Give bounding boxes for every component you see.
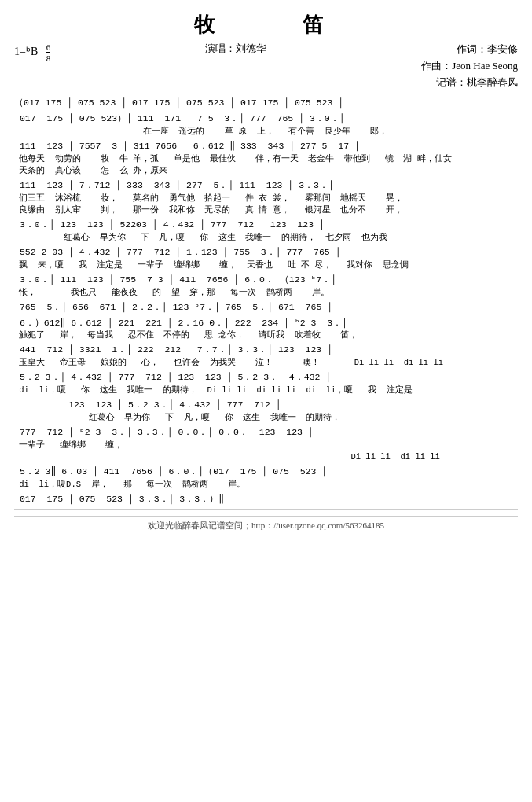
notation-7: 3．0．│ 111 123 │ 755 7 3 │ 411 7656 │ 6．0…	[14, 274, 518, 287]
lyric-3b: 天条的 真心该 怎 么 办，原来	[14, 165, 518, 177]
time-signature: 6 8	[46, 42, 51, 63]
lyric-7: 怅， 我也只 能夜夜 的 望 穿，那 每一次 鹊桥两 岸。	[14, 287, 518, 299]
row-7: 3．0．│ 111 123 │ 755 7 3 │ 411 7656 │ 6．0…	[14, 274, 518, 299]
song-title: 牧 笛	[14, 11, 518, 39]
lyric-9: 触犯了 岸， 每当我 忍不住 不停的 思 念你， 请听我 吹着牧 笛，	[14, 329, 518, 341]
row-12: 123 123 │ 5．2 3．│ 4．432 │ 777 712 │ 红葛心 …	[14, 399, 518, 424]
notation-6: 552 2 03 │ 4．432 │ 777 712 │ 1．123 │ 755…	[14, 246, 518, 259]
lyric-6: 飘 来，嗄 我 注定是 一辈子 缠绵绑 缠， 天香也 吐 不 尽， 我对你 思念…	[14, 259, 518, 271]
lyric-14: di li，嗄D.S 岸， 那 每一次 鹊桥两 岸。	[14, 479, 518, 491]
notation-4: 111 123 │ 7．712 │ 333 343 │ 277 5．│ 111 …	[14, 179, 518, 193]
top-divider	[14, 94, 518, 94]
lyric-13: 一辈子 缠绵绑 缠，	[14, 440, 518, 451]
row-10: 441 712 │ 3321 1．│ 222 212 │ 7．7．│ 3．3．│…	[14, 344, 518, 369]
notation-8: 765 5．│ 656 671 │ 2．2．│ 123 ᵇ7．│ 765 5．│…	[14, 301, 518, 315]
row-2: 017 175 │ 075 523）│ 111 171 │ 7 5 3．│ 77…	[14, 112, 518, 138]
lyric-4: 们三五 沐浴梳 妆， 莫名的 勇气他 拾起一 件 衣 裳， 雾那间 地摇天 晃，	[14, 193, 518, 204]
meta-center: 演唱：刘德华	[205, 42, 266, 56]
notation-10: 441 712 │ 3321 1．│ 222 212 │ 7．7．│ 3．3．│…	[14, 344, 518, 357]
row-9: 6．）612‖ 6．612 │ 221 221 │ 2．16 0．│ 222 2…	[14, 317, 518, 342]
composer-label: 作曲：	[421, 60, 452, 72]
lyricist: 李安修	[487, 43, 518, 55]
lyric-5: 红葛心 早为你 下 凡，嗄 你 这生 我唯一 的期待， 七夕雨 也为我	[14, 232, 518, 244]
performer: 刘德华	[236, 42, 266, 54]
notation-13: 777 712 │ ᵇ2 3 3．│ 3．3．│ 0．0．│ 0．0．│ 123…	[14, 426, 518, 440]
page: 牧 笛 1=ᵇB 6 8 演唱：刘德华 作词：李安修 作曲：Jeon Hae S…	[0, 0, 532, 802]
lyric-2: 在一座 遥远的 草 原 上， 有个善 良少年 郎，	[14, 126, 518, 138]
row-3: 111 123 │ 7557 3 │ 311 7656 │ 6．612 ‖ 33…	[14, 140, 518, 177]
key-signature: 1=ᵇB 6 8	[14, 42, 50, 63]
transcriber: 桃李醉春风	[467, 76, 518, 88]
row-11: 5．2 3．│ 4．432 │ 777 712 │ 123 123 │ 5．2 …	[14, 371, 518, 396]
lyric-13b: Di li li di li li	[14, 451, 518, 463]
transcriber-label: 记谱：	[436, 76, 467, 88]
row-5: 3．0．│ 123 123 │ 52203 │ 4．432 │ 777 712 …	[14, 219, 518, 244]
music-content: （017 175 │ 075 523 │ 017 175 │ 075 523 │…	[14, 97, 518, 506]
lyric-12: 红葛心 早为你 下 凡，嗄 你 这生 我唯一 的期待，	[14, 412, 518, 424]
notation-5: 3．0．│ 123 123 │ 52203 │ 4．432 │ 777 712 …	[14, 219, 518, 232]
row-8: 765 5．│ 656 671 │ 2．2．│ 123 ᵇ7．│ 765 5．│…	[14, 301, 518, 315]
notation-12: 123 123 │ 5．2 3．│ 4．432 │ 777 712 │	[14, 399, 518, 412]
notation-1: （017 175 │ 075 523 │ 017 175 │ 075 523 │…	[14, 97, 518, 110]
notation-2: 017 175 │ 075 523）│ 111 171 │ 7 5 3．│ 77…	[14, 112, 518, 126]
notation-9: 6．）612‖ 6．612 │ 221 221 │ 2．16 0．│ 222 2…	[14, 317, 518, 330]
row-6: 552 2 03 │ 4．432 │ 777 712 │ 1．123 │ 755…	[14, 246, 518, 271]
lyricist-label: 作词：	[457, 43, 487, 55]
footer: 欢迎光临醉春风记谱空间；http：//user.qzone.qq.com/563…	[14, 516, 518, 532]
lyric-10: 玉皇大 帝王母 娘娘的 心， 也许会 为我哭 泣！ 噢！ Di li li di…	[14, 357, 518, 369]
lyric-11: di li，嗄 你 这生 我唯一 的期待， Di li li di li li …	[14, 384, 518, 396]
lyric-4b: 良缘由 别人审 判， 那一份 我和你 无尽的 真 情 意， 银河星 也分不 开，	[14, 204, 518, 216]
lyric-3: 他每天 动劳的 牧 牛 羊，孤 单是他 最佳伙 伴，有一天 老金牛 带他到 镜 …	[14, 153, 518, 165]
row-15: 017 175 │ 075 523 │ 3．3．│ 3．3．）‖	[14, 493, 518, 506]
meta-row: 1=ᵇB 6 8 演唱：刘德华 作词：李安修 作曲：Jeon Hae Seong…	[14, 42, 518, 90]
row-1: （017 175 │ 075 523 │ 017 175 │ 075 523 │…	[14, 97, 518, 110]
row-4: 111 123 │ 7．712 │ 333 343 │ 277 5．│ 111 …	[14, 179, 518, 216]
notation-14: 5．2 3‖ 6．03 │ 411 7656 │ 6．0．│（017 175 │…	[14, 465, 518, 479]
row-13: 777 712 │ ᵇ2 3 3．│ 3．3．│ 0．0．│ 0．0．│ 123…	[14, 426, 518, 463]
notation-11: 5．2 3．│ 4．432 │ 777 712 │ 123 123 │ 5．2 …	[14, 371, 518, 384]
composer: Jeon Hae Seong	[452, 60, 518, 72]
meta-left: 1=ᵇB 6 8	[14, 42, 50, 63]
notation-3: 111 123 │ 7557 3 │ 311 7656 │ 6．612 ‖ 33…	[14, 140, 518, 153]
row-14: 5．2 3‖ 6．03 │ 411 7656 │ 6．0．│（017 175 │…	[14, 465, 518, 491]
meta-right: 作词：李安修 作曲：Jeon Hae Seong 记谱：桃李醉春风	[421, 42, 518, 90]
notation-15: 017 175 │ 075 523 │ 3．3．│ 3．3．）‖	[14, 493, 518, 506]
bottom-divider	[14, 509, 518, 510]
performer-label: 演唱：	[205, 42, 236, 54]
